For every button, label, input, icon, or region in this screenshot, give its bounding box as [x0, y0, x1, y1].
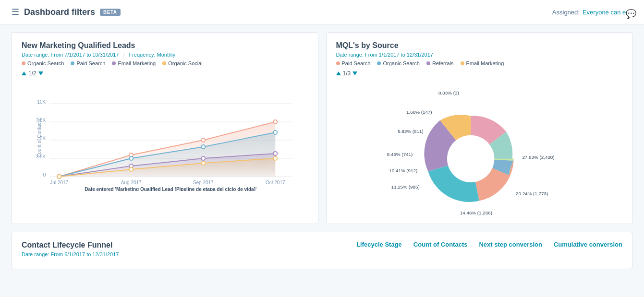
svg-point-33: [129, 167, 133, 171]
next-page-down[interactable]: [38, 71, 43, 75]
dot2-organic-search: [377, 61, 381, 65]
mql-by-source-card: MQL's by Source Date range: From 1/1/201…: [326, 32, 633, 224]
svg-text:Date entered 'Marketing Qualif: Date entered 'Marketing Qualified Lead (…: [85, 187, 256, 191]
legend2-email-marketing: Email Marketing: [461, 60, 504, 66]
dot-email-marketing: [112, 61, 116, 65]
svg-text:14.46% (1,266): 14.46% (1,266): [460, 210, 492, 215]
card2-legend: Paid Search Organic Search Referrals Ema…: [336, 60, 623, 66]
svg-point-35: [273, 156, 277, 160]
dot-organic-social: [162, 61, 166, 65]
card3-title: Contact Lifecycle Funnel: [22, 241, 119, 249]
legend-organic-social: Organic Social: [162, 60, 203, 66]
legend-email-marketing: Email Marketing: [112, 60, 156, 66]
col-lifecycle-stage: Lifecycle Stage: [354, 241, 402, 248]
col-next-step: Next step conversion: [479, 241, 542, 248]
card1-subtitle: Date range: From 7/1/2017 to 10/31/2017 …: [22, 52, 308, 58]
svg-text:27.63% (2,420): 27.63% (2,420): [522, 154, 554, 159]
svg-text:10K: 10K: [37, 99, 46, 105]
svg-text:10.41% (912): 10.41% (912): [389, 168, 417, 173]
svg-point-20: [273, 120, 277, 124]
dashboard-title: Dashboard filters: [24, 7, 95, 17]
dot2-email-marketing: [461, 61, 464, 65]
svg-point-19: [201, 138, 205, 142]
svg-point-24: [201, 145, 205, 149]
svg-text:8.46% (741): 8.46% (741): [387, 151, 413, 156]
prev-page-up[interactable]: [22, 71, 26, 75]
legend2-organic-search: Organic Search: [377, 60, 419, 66]
dot2-paid-search: [336, 61, 340, 65]
svg-text:1.68% (147): 1.68% (147): [406, 109, 432, 114]
legend-organic-search: Organic Search: [22, 60, 64, 66]
lifecycle-funnel-card: Contact Lifecycle Funnel Date range: Fro…: [12, 232, 632, 269]
dot2-referrals: [426, 61, 430, 65]
svg-text:0.03% (3): 0.03% (3): [438, 90, 459, 95]
svg-point-25: [273, 131, 277, 134]
assigned-label: Assigned:: [552, 9, 580, 16]
card2-subtitle: Date range: From 1/1/2017 to 12/31/2017: [336, 52, 623, 58]
beta-badge: BETA: [100, 9, 120, 16]
dot-organic-search: [22, 61, 25, 65]
col-count-contacts: Count of Contacts: [413, 241, 468, 248]
card2-pagination-label: 1/3: [343, 70, 351, 77]
svg-text:0: 0: [43, 172, 46, 178]
svg-text:Sep 2017: Sep 2017: [193, 180, 214, 185]
card1-legend: Organic Search Paid Search Email Marketi…: [22, 60, 308, 66]
pie-chart-area: 27.63% (2,420) 20.24% (1,773) 14.46% (1,…: [336, 81, 623, 215]
svg-text:Count of Contacts: Count of Contacts: [36, 119, 42, 157]
card2-next-down[interactable]: [352, 71, 357, 75]
hamburger-icon[interactable]: ☰: [12, 7, 19, 17]
svg-point-34: [201, 161, 205, 165]
chat-icon[interactable]: 💬: [626, 9, 636, 19]
card2-pagination: 1/3: [336, 70, 623, 77]
dot-paid-search: [71, 61, 74, 65]
svg-text:11.25% (985): 11.25% (985): [391, 184, 419, 190]
svg-text:Oct 2017: Oct 2017: [266, 180, 285, 185]
legend-paid-search: Paid Search: [71, 60, 105, 66]
col-cumulative: Cumulative conversion: [554, 241, 622, 248]
svg-point-23: [129, 156, 133, 160]
line-chart-svg: 0 2.5K 5K 7.5K 10K Count of Contacts: [22, 81, 308, 191]
mql-line-chart-card: New Marketing Qualified Leads Date range…: [12, 32, 318, 224]
assigned-value[interactable]: Everyone can edit: [583, 9, 632, 16]
svg-text:Aug 2017: Aug 2017: [121, 180, 142, 185]
legend2-referrals: Referrals: [426, 60, 454, 66]
card1-title: New Marketing Qualified Leads: [22, 41, 308, 50]
pagination-label: 1/2: [28, 70, 36, 77]
legend2-paid-search: Paid Search: [336, 60, 371, 66]
card2-title: MQL's by Source: [336, 41, 623, 50]
card1-pagination: 1/2: [22, 70, 308, 77]
card2-prev-up[interactable]: [336, 71, 341, 75]
top-bar: ☰ Dashboard filters BETA Assigned: Every…: [0, 0, 644, 24]
svg-text:20.24% (1,773): 20.24% (1,773): [516, 190, 548, 196]
line-chart-area: 0 2.5K 5K 7.5K 10K Count of Contacts: [22, 81, 308, 191]
card3-subtitle: Date range: From 6/1/2017 to 12/31/2017: [22, 251, 119, 257]
svg-text:5.83% (511): 5.83% (511): [398, 129, 424, 134]
svg-point-29: [201, 156, 205, 160]
svg-point-36: [447, 135, 494, 182]
svg-point-32: [57, 175, 61, 178]
donut-chart-svg: 27.63% (2,420) 20.24% (1,773) 14.46% (1,…: [354, 77, 604, 219]
svg-text:Jul 2017: Jul 2017: [50, 180, 68, 185]
svg-point-30: [273, 152, 277, 155]
